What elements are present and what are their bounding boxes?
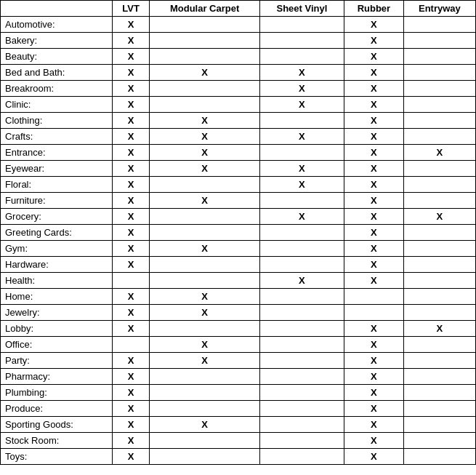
table-row: Home:XX [1, 289, 476, 305]
check-cell: X [113, 81, 150, 97]
check-cell: X [113, 257, 150, 273]
check-cell: X [113, 305, 150, 321]
check-cell: X [150, 113, 260, 129]
check-cell: X [150, 129, 260, 145]
check-cell [403, 417, 475, 433]
check-cell [259, 353, 344, 369]
check-cell: X [150, 145, 260, 161]
check-cell [259, 33, 344, 49]
check-cell: X [113, 241, 150, 257]
table-row: Bakery:XX [1, 33, 476, 49]
check-cell [259, 305, 344, 321]
row-label: Greeting Cards: [1, 225, 113, 241]
check-cell [403, 81, 475, 97]
check-cell [403, 161, 475, 177]
table-row: Party:XXX [1, 353, 476, 369]
check-cell [259, 225, 344, 241]
check-cell: X [113, 353, 150, 369]
check-cell [403, 33, 475, 49]
check-cell: X [344, 161, 403, 177]
check-cell: X [344, 145, 403, 161]
check-cell [150, 449, 260, 465]
check-cell: X [344, 257, 403, 273]
col-header-rubber: Rubber [344, 1, 403, 17]
check-cell [150, 81, 260, 97]
product-category-table: LVT Modular Carpet Sheet Vinyl Rubber En… [0, 0, 476, 465]
check-cell: X [113, 225, 150, 241]
row-label: Clinic: [1, 97, 113, 113]
table-row: Floral:XXX [1, 177, 476, 193]
check-cell [403, 353, 475, 369]
row-label: Breakroom: [1, 81, 113, 97]
table-row: Hardware:XX [1, 257, 476, 273]
check-cell [150, 401, 260, 417]
check-cell: X [113, 17, 150, 33]
check-cell: X [113, 161, 150, 177]
check-cell: X [113, 113, 150, 129]
check-cell: X [150, 241, 260, 257]
check-cell [403, 449, 475, 465]
check-cell: X [344, 241, 403, 257]
check-cell [259, 369, 344, 385]
row-label: Party: [1, 353, 113, 369]
check-cell: X [113, 433, 150, 449]
check-cell [403, 225, 475, 241]
check-cell [403, 289, 475, 305]
table-row: Jewelry:XX [1, 305, 476, 321]
check-cell [150, 321, 260, 337]
check-cell: X [344, 97, 403, 113]
check-cell: X [344, 49, 403, 65]
check-cell [344, 289, 403, 305]
row-label: Automotive: [1, 17, 113, 33]
check-cell: X [113, 33, 150, 49]
check-cell [150, 257, 260, 273]
table-row: Breakroom:XXX [1, 81, 476, 97]
check-cell: X [344, 129, 403, 145]
row-label: Bed and Bath: [1, 65, 113, 81]
check-cell: X [344, 17, 403, 33]
check-cell: X [113, 209, 150, 225]
table-row: Grocery:XXXX [1, 209, 476, 225]
check-cell [150, 433, 260, 449]
check-cell [259, 449, 344, 465]
check-cell: X [259, 209, 344, 225]
table-row: Gym:XXX [1, 241, 476, 257]
check-cell: X [344, 193, 403, 209]
check-cell [403, 17, 475, 33]
check-cell [403, 49, 475, 65]
row-label: Health: [1, 273, 113, 289]
check-cell: X [403, 145, 475, 161]
row-label: Gym: [1, 241, 113, 257]
check-cell [259, 289, 344, 305]
check-cell: X [113, 145, 150, 161]
check-cell: X [113, 449, 150, 465]
col-header-lvt: LVT [113, 1, 150, 17]
check-cell [150, 33, 260, 49]
row-label: Plumbing: [1, 385, 113, 401]
table-row: Eyewear:XXXX [1, 161, 476, 177]
check-cell [403, 257, 475, 273]
row-label: Office: [1, 337, 113, 353]
check-cell [259, 193, 344, 209]
check-cell [403, 433, 475, 449]
table-row: Clinic:XXX [1, 97, 476, 113]
check-cell [150, 177, 260, 193]
check-cell: X [344, 417, 403, 433]
check-cell [259, 385, 344, 401]
check-cell [403, 273, 475, 289]
check-cell: X [113, 321, 150, 337]
check-cell [403, 305, 475, 321]
table-row: Furniture:XXX [1, 193, 476, 209]
check-cell: X [344, 369, 403, 385]
check-cell: X [150, 65, 260, 81]
table-row: Office:XX [1, 337, 476, 353]
check-cell [150, 17, 260, 33]
table-row: Greeting Cards:XX [1, 225, 476, 241]
row-label: Crafts: [1, 129, 113, 145]
check-cell: X [344, 449, 403, 465]
check-cell [403, 177, 475, 193]
check-cell: X [259, 65, 344, 81]
row-label: Home: [1, 289, 113, 305]
check-cell [403, 97, 475, 113]
check-cell: X [259, 97, 344, 113]
